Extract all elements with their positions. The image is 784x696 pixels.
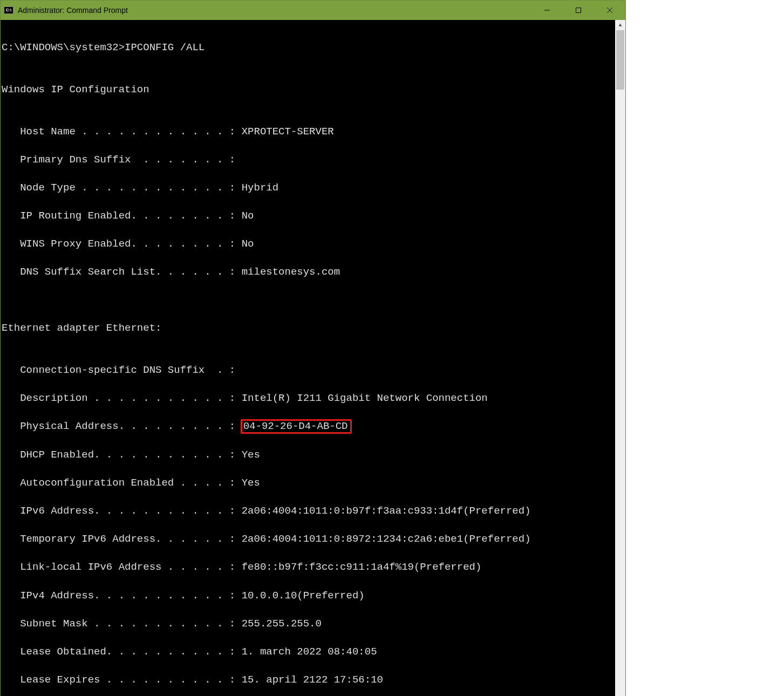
autoconf-value: Yes xyxy=(242,477,260,489)
description-value: Intel(R) I211 Gigabit Network Connection xyxy=(242,392,488,404)
subnet-value: 255.255.255.0 xyxy=(242,618,322,630)
section-header: Ethernet adapter Ethernet: xyxy=(1,321,615,335)
scroll-up-arrow[interactable]: ▲ xyxy=(615,20,625,30)
node-type-value: Hybrid xyxy=(242,182,278,194)
minimize-button[interactable] xyxy=(531,1,563,20)
maximize-button[interactable] xyxy=(563,1,594,20)
close-button[interactable] xyxy=(594,1,625,20)
ipv4-address-value: 10.0.0.10(Preferred) xyxy=(242,590,365,602)
scroll-thumb[interactable] xyxy=(616,30,624,90)
vertical-scrollbar[interactable]: ▲ xyxy=(615,20,625,696)
ip-routing-value: No xyxy=(242,210,254,222)
titlebar[interactable]: C:\ Administrator: Command Prompt xyxy=(1,1,625,20)
lease-obtained-value: 1. march 2022 08:40:05 xyxy=(242,646,377,658)
link-local-value: fe80::b97f:f3cc:c911:1a4f%19(Preferred) xyxy=(242,561,482,573)
physical-address-value: 04-92-26-D4-AB-CD xyxy=(243,420,348,432)
host-name-value: XPROTECT-SERVER xyxy=(242,126,334,138)
ipv6-address-value: 2a06:4004:1011:0:b97f:f3aa:c933:1d4f(Pre… xyxy=(242,505,531,517)
prompt: C:\WINDOWS\system32> xyxy=(2,42,125,53)
dns-suffix-list-value: milestonesys.com xyxy=(242,266,340,278)
physical-address-highlight: 04-92-26-D4-AB-CD xyxy=(241,419,352,434)
terminal-output[interactable]: C:\WINDOWS\system32>IPCONFIG /ALL Window… xyxy=(1,20,615,696)
lease-expires-value: 15. april 2122 17:56:10 xyxy=(242,674,383,686)
temp-ipv6-value: 2a06:4004:1011:0:8972:1234:c2a6:ebe1(Pre… xyxy=(242,533,531,545)
command-text: IPCONFIG /ALL xyxy=(125,42,204,53)
dhcp-enabled-value: Yes xyxy=(242,449,260,461)
svg-rect-1 xyxy=(576,8,581,13)
command-prompt-window: C:\ Administrator: Command Prompt C:\WIN… xyxy=(0,0,626,696)
section-header: Windows IP Configuration xyxy=(1,83,615,97)
wins-proxy-value: No xyxy=(242,238,254,250)
cmd-icon: C:\ xyxy=(4,6,13,14)
window-title: Administrator: Command Prompt xyxy=(18,6,128,15)
